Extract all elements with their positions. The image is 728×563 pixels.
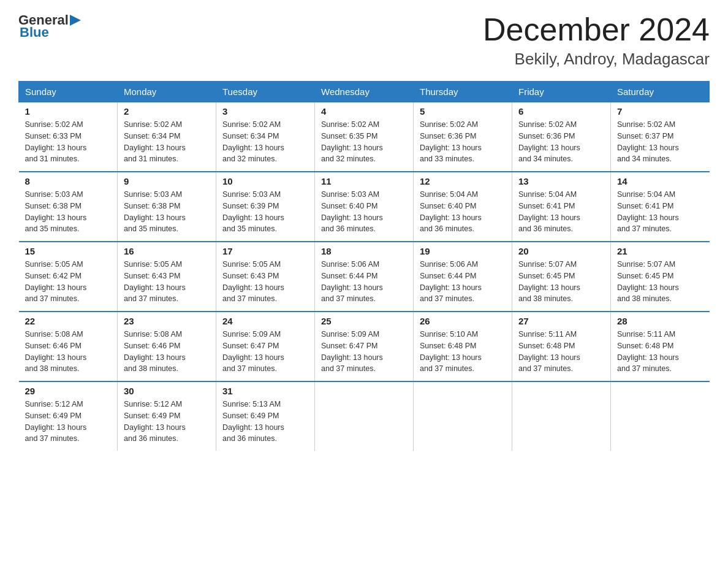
day-info: Sunrise: 5:05 AMSunset: 6:43 PMDaylight:… (222, 259, 308, 305)
day-number: 6 (518, 106, 604, 117)
calendar-cell: 20 Sunrise: 5:07 AMSunset: 6:45 PMDaylig… (512, 242, 611, 312)
calendar-cell (315, 381, 414, 451)
day-number: 23 (124, 316, 210, 326)
day-number: 17 (222, 246, 308, 256)
day-info: Sunrise: 5:06 AMSunset: 6:44 PMDaylight:… (420, 259, 506, 305)
calendar-day-header: Wednesday (315, 82, 414, 102)
calendar-cell: 21 Sunrise: 5:07 AMSunset: 6:45 PMDaylig… (611, 242, 710, 312)
day-number: 9 (124, 176, 210, 186)
calendar-week-row: 8 Sunrise: 5:03 AMSunset: 6:38 PMDayligh… (19, 172, 710, 242)
calendar-cell: 19 Sunrise: 5:06 AMSunset: 6:44 PMDaylig… (414, 242, 512, 312)
day-number: 18 (321, 246, 407, 256)
calendar-cell: 31 Sunrise: 5:13 AMSunset: 6:49 PMDaylig… (216, 381, 315, 451)
day-info: Sunrise: 5:02 AMSunset: 6:37 PMDaylight:… (617, 119, 703, 165)
day-info: Sunrise: 5:12 AMSunset: 6:49 PMDaylight:… (25, 399, 112, 445)
day-info: Sunrise: 5:08 AMSunset: 6:46 PMDaylight:… (124, 329, 210, 375)
page-subtitle: Bekily, Androy, Madagascar (483, 50, 710, 69)
calendar-cell: 28 Sunrise: 5:11 AMSunset: 6:48 PMDaylig… (611, 312, 710, 381)
day-info: Sunrise: 5:11 AMSunset: 6:48 PMDaylight:… (617, 329, 703, 375)
calendar-cell: 11 Sunrise: 5:03 AMSunset: 6:40 PMDaylig… (315, 172, 414, 242)
day-info: Sunrise: 5:02 AMSunset: 6:34 PMDaylight:… (222, 119, 308, 165)
day-info: Sunrise: 5:07 AMSunset: 6:45 PMDaylight:… (518, 259, 604, 305)
calendar-cell: 1 Sunrise: 5:02 AMSunset: 6:33 PMDayligh… (19, 102, 118, 172)
day-number: 24 (222, 316, 308, 326)
calendar-cell: 2 Sunrise: 5:02 AMSunset: 6:34 PMDayligh… (118, 102, 216, 172)
day-number: 5 (420, 106, 506, 117)
calendar-cell (512, 381, 611, 451)
day-info: Sunrise: 5:03 AMSunset: 6:39 PMDaylight:… (222, 189, 308, 235)
day-info: Sunrise: 5:02 AMSunset: 6:35 PMDaylight:… (321, 119, 407, 165)
day-number: 4 (321, 106, 407, 117)
calendar-cell: 12 Sunrise: 5:04 AMSunset: 6:40 PMDaylig… (414, 172, 512, 242)
day-info: Sunrise: 5:03 AMSunset: 6:38 PMDaylight:… (25, 189, 112, 235)
logo-triangle-icon (70, 13, 82, 27)
page-title: December 2024 (483, 12, 710, 47)
day-number: 12 (420, 176, 506, 186)
day-number: 2 (124, 106, 210, 117)
title-block: December 2024 Bekily, Androy, Madagascar (483, 12, 710, 69)
day-number: 20 (518, 246, 604, 256)
day-info: Sunrise: 5:02 AMSunset: 6:36 PMDaylight:… (518, 119, 604, 165)
calendar-day-header: Friday (512, 82, 611, 102)
day-number: 15 (25, 246, 112, 256)
day-number: 29 (25, 386, 112, 396)
calendar-cell: 23 Sunrise: 5:08 AMSunset: 6:46 PMDaylig… (118, 312, 216, 381)
calendar-cell: 13 Sunrise: 5:04 AMSunset: 6:41 PMDaylig… (512, 172, 611, 242)
calendar-cell: 7 Sunrise: 5:02 AMSunset: 6:37 PMDayligh… (611, 102, 710, 172)
day-number: 31 (222, 386, 308, 396)
calendar-day-header: Thursday (414, 82, 512, 102)
day-number: 10 (222, 176, 308, 186)
day-info: Sunrise: 5:02 AMSunset: 6:36 PMDaylight:… (420, 119, 506, 165)
day-number: 27 (518, 316, 604, 326)
calendar-cell: 30 Sunrise: 5:12 AMSunset: 6:49 PMDaylig… (118, 381, 216, 451)
day-number: 19 (420, 246, 506, 256)
day-info: Sunrise: 5:04 AMSunset: 6:41 PMDaylight:… (617, 189, 703, 235)
calendar-cell: 22 Sunrise: 5:08 AMSunset: 6:46 PMDaylig… (19, 312, 118, 381)
day-number: 21 (617, 246, 703, 256)
day-info: Sunrise: 5:13 AMSunset: 6:49 PMDaylight:… (222, 399, 308, 445)
calendar-header-row: SundayMondayTuesdayWednesdayThursdayFrid… (19, 82, 710, 102)
day-number: 16 (124, 246, 210, 256)
day-info: Sunrise: 5:08 AMSunset: 6:46 PMDaylight:… (25, 329, 112, 375)
day-info: Sunrise: 5:10 AMSunset: 6:48 PMDaylight:… (420, 329, 506, 375)
day-info: Sunrise: 5:09 AMSunset: 6:47 PMDaylight:… (222, 329, 308, 375)
logo: General Blue (18, 12, 82, 40)
day-info: Sunrise: 5:02 AMSunset: 6:34 PMDaylight:… (124, 119, 210, 165)
calendar-week-row: 29 Sunrise: 5:12 AMSunset: 6:49 PMDaylig… (19, 381, 710, 451)
day-info: Sunrise: 5:06 AMSunset: 6:44 PMDaylight:… (321, 259, 407, 305)
calendar-table: SundayMondayTuesdayWednesdayThursdayFrid… (18, 81, 710, 451)
calendar-cell (414, 381, 512, 451)
day-number: 28 (617, 316, 703, 326)
day-info: Sunrise: 5:09 AMSunset: 6:47 PMDaylight:… (321, 329, 407, 375)
calendar-cell: 24 Sunrise: 5:09 AMSunset: 6:47 PMDaylig… (216, 312, 315, 381)
day-info: Sunrise: 5:03 AMSunset: 6:40 PMDaylight:… (321, 189, 407, 235)
calendar-cell: 15 Sunrise: 5:05 AMSunset: 6:42 PMDaylig… (19, 242, 118, 312)
day-number: 7 (617, 106, 703, 117)
day-info: Sunrise: 5:12 AMSunset: 6:49 PMDaylight:… (124, 399, 210, 445)
calendar-cell: 17 Sunrise: 5:05 AMSunset: 6:43 PMDaylig… (216, 242, 315, 312)
day-info: Sunrise: 5:04 AMSunset: 6:40 PMDaylight:… (420, 189, 506, 235)
page-header: General Blue December 2024 Bekily, Andro… (18, 12, 710, 69)
calendar-day-header: Sunday (19, 82, 118, 102)
calendar-cell: 26 Sunrise: 5:10 AMSunset: 6:48 PMDaylig… (414, 312, 512, 381)
calendar-cell: 27 Sunrise: 5:11 AMSunset: 6:48 PMDaylig… (512, 312, 611, 381)
calendar-cell: 5 Sunrise: 5:02 AMSunset: 6:36 PMDayligh… (414, 102, 512, 172)
calendar-cell: 3 Sunrise: 5:02 AMSunset: 6:34 PMDayligh… (216, 102, 315, 172)
day-number: 30 (124, 386, 210, 396)
day-number: 26 (420, 316, 506, 326)
day-info: Sunrise: 5:07 AMSunset: 6:45 PMDaylight:… (617, 259, 703, 305)
day-info: Sunrise: 5:05 AMSunset: 6:43 PMDaylight:… (124, 259, 210, 305)
day-number: 11 (321, 176, 407, 186)
calendar-cell: 9 Sunrise: 5:03 AMSunset: 6:38 PMDayligh… (118, 172, 216, 242)
day-info: Sunrise: 5:11 AMSunset: 6:48 PMDaylight:… (518, 329, 604, 375)
logo-blue: Blue (20, 25, 49, 40)
calendar-cell: 25 Sunrise: 5:09 AMSunset: 6:47 PMDaylig… (315, 312, 414, 381)
day-number: 22 (25, 316, 112, 326)
calendar-cell: 10 Sunrise: 5:03 AMSunset: 6:39 PMDaylig… (216, 172, 315, 242)
day-number: 1 (25, 106, 112, 117)
day-number: 14 (617, 176, 703, 186)
calendar-cell: 16 Sunrise: 5:05 AMSunset: 6:43 PMDaylig… (118, 242, 216, 312)
calendar-cell: 29 Sunrise: 5:12 AMSunset: 6:49 PMDaylig… (19, 381, 118, 451)
day-info: Sunrise: 5:02 AMSunset: 6:33 PMDaylight:… (25, 119, 112, 165)
day-number: 3 (222, 106, 308, 117)
